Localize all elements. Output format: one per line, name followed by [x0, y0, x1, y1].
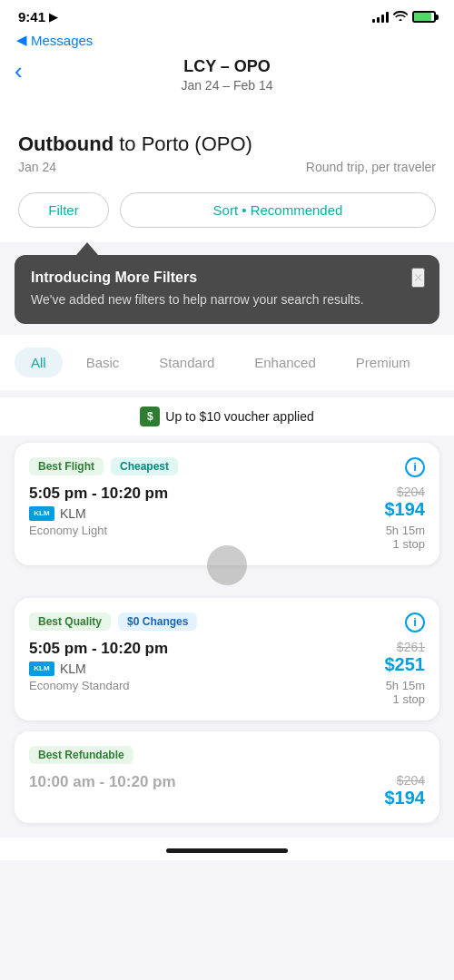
tooltip-close-button[interactable]: ×: [411, 268, 425, 288]
battery-icon: [412, 11, 436, 23]
price-new-1: $194: [385, 499, 426, 520]
location-icon: ▶: [49, 11, 57, 24]
card-main-3: 10:00 am - 10:20 pm $204 $194: [29, 773, 425, 808]
card-badges-3: Best Refundable: [29, 746, 425, 764]
tab-premium[interactable]: Premium: [340, 348, 427, 377]
flight-duration-2: 5h 15m: [385, 679, 426, 692]
page-meta: Jan 24 Round trip, per traveler: [18, 160, 436, 174]
badge-best-flight: Best Flight: [29, 457, 104, 475]
airline-row-1: KLM KLM: [29, 506, 385, 521]
wifi-icon: [393, 10, 408, 24]
nav-back[interactable]: ◀ Messages: [0, 28, 454, 50]
route-header: LCY – OPO Jan 24 – Feb 14: [0, 50, 454, 107]
header-back-button[interactable]: ‹: [15, 57, 23, 85]
card-badges-1: Best Flight Cheapest: [29, 457, 425, 475]
price-new-2: $251: [385, 654, 426, 675]
cabin-class-2: Economy Standard: [29, 679, 385, 692]
badge-zero-changes: $0 Changes: [118, 612, 197, 631]
voucher-banner: $ Up to $10 voucher applied: [0, 397, 454, 436]
klm-logo-1: KLM: [29, 506, 54, 521]
info-icon-1[interactable]: i: [405, 457, 425, 477]
flight-card-1[interactable]: i Best Flight Cheapest 5:05 pm - 10:20 p…: [15, 443, 439, 565]
badge-best-quality: Best Quality: [29, 612, 111, 631]
price-new-3: $194: [385, 788, 426, 808]
flight-card-2[interactable]: i Best Quality $0 Changes 5:05 pm - 10:2…: [15, 598, 439, 720]
signal-bars-icon: [372, 12, 389, 23]
back-label: Messages: [31, 33, 93, 48]
flight-time-1: 5:05 pm - 10:20 pm: [29, 485, 385, 503]
scroll-indicator: [207, 545, 247, 585]
info-icon-2[interactable]: i: [405, 612, 425, 632]
card-main-2: 5:05 pm - 10:20 pm KLM KLM Economy Stand…: [29, 640, 425, 706]
flight-duration-1: 5h 15m: [385, 524, 426, 537]
dates-text: Jan 24 – Feb 14: [18, 78, 436, 93]
flight-stops-1: 1 stop: [385, 537, 426, 551]
flight-time-2: 5:05 pm - 10:20 pm: [29, 640, 385, 658]
filter-sort-row: Filter Sort • Recommended: [0, 181, 454, 242]
flight-time-3: 10:00 am - 10:20 pm: [29, 773, 385, 791]
tooltip-arrow: [76, 242, 98, 255]
card-right-2: $261 $251 5h 15m 1 stop: [385, 640, 426, 706]
back-chevron-icon: ◀: [16, 32, 27, 48]
card-right-3: $204 $194: [385, 773, 426, 808]
tab-enhanced[interactable]: Enhanced: [238, 348, 332, 377]
home-indicator: [0, 838, 454, 860]
tab-basic[interactable]: Basic: [70, 348, 136, 377]
card-right-1: $204 $194 5h 15m 1 stop: [385, 485, 426, 551]
card-left-2: 5:05 pm - 10:20 pm KLM KLM Economy Stand…: [29, 640, 385, 692]
title-normal: to Porto (OPO): [114, 132, 252, 155]
tooltip-text: We've added new filters to help narrow y…: [31, 291, 423, 309]
airline-name-2: KLM: [60, 662, 86, 676]
tooltip-title: Introducing More Filters: [31, 270, 423, 286]
status-time: 9:41: [18, 9, 45, 24]
price-old-1: $204: [385, 485, 426, 499]
price-old-3: $204: [385, 773, 426, 788]
badge-best-refundable: Best Refundable: [29, 746, 133, 764]
card-left-1: 5:05 pm - 10:20 pm KLM KLM Economy Light: [29, 485, 385, 537]
flight-stops-2: 1 stop: [385, 692, 426, 706]
back-arrow-icon: ‹: [15, 57, 23, 84]
home-bar: [166, 848, 288, 853]
airline-name-1: KLM: [60, 506, 86, 521]
tooltip-box: Introducing More Filters We've added new…: [15, 255, 439, 324]
status-bar: 9:41 ▶: [0, 0, 454, 28]
badge-cheapest: Cheapest: [111, 457, 178, 475]
price-old-2: $261: [385, 640, 426, 654]
page-title: Outbound to Porto (OPO): [18, 132, 436, 156]
tabs-row: All Basic Standard Enhanced Premium: [0, 335, 454, 390]
klm-logo-2: KLM: [29, 662, 54, 676]
page-section: Outbound to Porto (OPO) Jan 24 Round tri…: [0, 118, 454, 181]
status-icons: [372, 10, 436, 24]
route-text: LCY – OPO: [18, 57, 436, 76]
travel-date: Jan 24: [18, 160, 56, 174]
title-bold: Outbound: [18, 132, 114, 155]
trip-type: Round trip, per traveler: [306, 160, 436, 174]
voucher-text: Up to $10 voucher applied: [165, 409, 313, 424]
tab-all[interactable]: All: [15, 348, 63, 377]
voucher-icon: $: [140, 407, 160, 426]
flight-card-3[interactable]: Best Refundable 10:00 am - 10:20 pm $204…: [15, 731, 439, 823]
filter-button[interactable]: Filter: [18, 192, 109, 228]
airline-row-2: KLM KLM: [29, 662, 385, 676]
tab-standard[interactable]: Standard: [143, 348, 231, 377]
card-left-3: 10:00 am - 10:20 pm: [29, 773, 385, 791]
cabin-class-1: Economy Light: [29, 524, 385, 537]
tooltip-container: Introducing More Filters We've added new…: [15, 242, 439, 324]
card-main-1: 5:05 pm - 10:20 pm KLM KLM Economy Light…: [29, 485, 425, 551]
sort-button[interactable]: Sort • Recommended: [120, 192, 436, 228]
card-badges-2: Best Quality $0 Changes: [29, 612, 425, 631]
flights-list: i Best Flight Cheapest 5:05 pm - 10:20 p…: [0, 436, 454, 830]
